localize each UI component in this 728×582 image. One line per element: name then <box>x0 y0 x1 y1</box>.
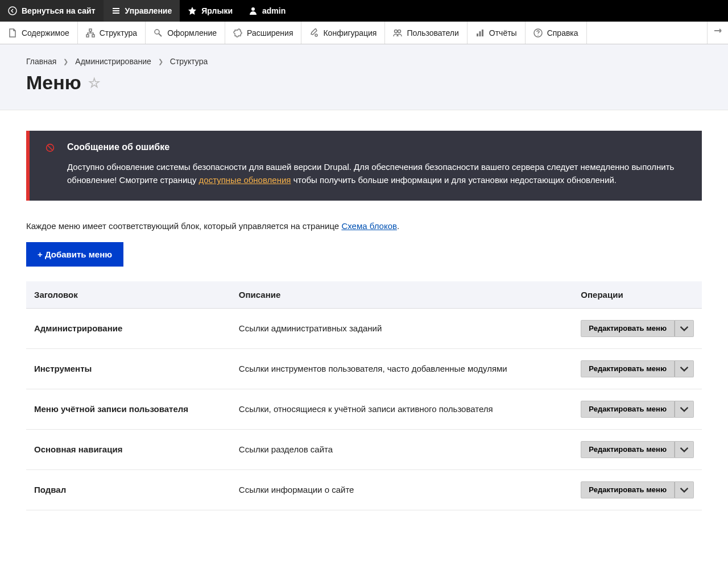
menu-description: Ссылки административных заданий <box>231 308 573 348</box>
svg-point-5 <box>155 30 159 34</box>
breadcrumb-link[interactable]: Администрирование <box>75 57 151 66</box>
menu-description: Ссылки информации о сайте <box>231 469 573 510</box>
admin-menu-label: Справка <box>547 28 578 38</box>
page-title: Меню ☆ <box>26 72 702 94</box>
menu-description: Ссылки, относящиеся к учётной записи акт… <box>231 389 573 429</box>
operations-cell: Редактировать меню <box>573 429 702 469</box>
col-description: Описание <box>231 281 573 309</box>
error-icon <box>46 143 55 187</box>
reports-icon <box>475 28 485 38</box>
back-icon <box>8 6 17 15</box>
manage-label: Управление <box>125 6 172 15</box>
breadcrumb-link[interactable]: Структура <box>170 57 208 66</box>
admin-menu-label: Оформление <box>167 28 217 38</box>
admin-menu-item[interactable]: Отчёты <box>468 22 526 44</box>
chevron-right-icon: ❯ <box>63 58 68 65</box>
page-header: Главная ❯ Администрирование ❯ Структура … <box>0 44 728 110</box>
operations-cell: Редактировать меню <box>573 389 702 429</box>
svg-point-8 <box>395 30 398 32</box>
admin-menu-item[interactable]: Справка <box>526 22 587 44</box>
dropbutton-toggle[interactable] <box>675 360 694 377</box>
admin-menu-label: Отчёты <box>489 28 517 38</box>
svg-rect-2 <box>89 29 92 31</box>
content-icon <box>8 28 17 38</box>
user-label: admin <box>262 6 286 15</box>
admin-menu-item[interactable]: Конфигурация <box>301 22 385 44</box>
hamburger-icon <box>111 6 121 15</box>
people-icon <box>393 28 402 38</box>
operations-cell: Редактировать меню <box>573 348 702 389</box>
breadcrumb-link[interactable]: Главная <box>26 57 56 66</box>
menu-title: Инструменты <box>26 348 231 389</box>
favorite-star-icon[interactable]: ☆ <box>88 75 101 91</box>
shortcuts-toggle[interactable]: Ярлыки <box>180 0 241 22</box>
menu-title: Меню учётной записи пользователя <box>26 389 231 429</box>
menu-description: Ссылки разделов сайта <box>231 429 573 469</box>
edit-menu-button[interactable]: Редактировать меню <box>581 360 675 377</box>
user-toggle[interactable]: admin <box>241 0 293 22</box>
manage-toggle[interactable]: Управление <box>104 0 180 22</box>
appearance-icon <box>154 28 163 38</box>
svg-line-6 <box>159 34 162 36</box>
shortcuts-label: Ярлыки <box>201 6 233 15</box>
admin-menu-item[interactable]: Содержимое <box>0 22 78 44</box>
admin-menu-item[interactable]: Пользователи <box>385 22 467 44</box>
svg-point-14 <box>537 35 539 36</box>
breadcrumb: Главная ❯ Администрирование ❯ Структура <box>26 57 702 66</box>
col-operations: Операции <box>573 281 702 309</box>
content-region: Сообщение об ошибке Доступно обновление … <box>0 110 728 531</box>
svg-rect-10 <box>477 34 478 36</box>
toolbar: Вернуться на сайт Управление Ярлыки admi… <box>0 0 728 22</box>
star-icon <box>188 6 197 15</box>
admin-menu-item[interactable]: Расширения <box>225 22 301 44</box>
table-row: АдминистрированиеСсылки административных… <box>26 308 702 348</box>
operations-cell: Редактировать меню <box>573 308 702 348</box>
svg-rect-3 <box>86 35 89 37</box>
edit-menu-button[interactable]: Редактировать меню <box>581 401 675 418</box>
edit-menu-button[interactable]: Редактировать меню <box>581 481 675 498</box>
error-heading: Сообщение об ошибке <box>67 142 686 152</box>
menu-title: Подвал <box>26 469 231 510</box>
add-menu-button[interactable]: + Добавить меню <box>26 242 123 267</box>
table-row: Меню учётной записи пользователяСсылки, … <box>26 389 702 429</box>
dropbutton-toggle[interactable] <box>675 401 694 418</box>
admin-menu-item[interactable]: Оформление <box>146 22 225 44</box>
svg-point-7 <box>315 34 317 36</box>
intro-text: Каждое меню имеет соответствующий блок, … <box>26 221 702 231</box>
config-icon <box>309 28 318 38</box>
admin-menu-label: Пользователи <box>407 28 458 38</box>
back-to-site[interactable]: Вернуться на сайт <box>0 0 104 22</box>
menu-title: Основная навигация <box>26 429 231 469</box>
toolbar-orientation-toggle[interactable] <box>707 22 728 44</box>
dropbutton-toggle[interactable] <box>675 441 694 458</box>
block-layout-link[interactable]: Схема блоков <box>341 221 397 231</box>
admin-menu: СодержимоеСтруктураОформлениеРасширенияК… <box>0 22 728 44</box>
table-row: ПодвалСсылки информации о сайтеРедактиро… <box>26 469 702 510</box>
chevron-right-icon: ❯ <box>158 58 163 65</box>
user-icon <box>249 6 258 15</box>
updates-link[interactable]: доступные обновления <box>199 175 291 185</box>
dropbutton-toggle[interactable] <box>675 481 694 498</box>
structure-icon <box>86 28 95 38</box>
menus-table: Заголовок Описание Операции Администриро… <box>26 281 702 510</box>
svg-rect-11 <box>479 31 481 36</box>
edit-menu-button[interactable]: Редактировать меню <box>581 441 675 458</box>
svg-point-9 <box>398 30 401 32</box>
svg-point-1 <box>251 7 255 11</box>
extend-icon <box>233 28 242 38</box>
operations-cell: Редактировать меню <box>573 469 702 510</box>
table-row: Основная навигацияСсылки разделов сайтаР… <box>26 429 702 469</box>
edit-menu-button[interactable]: Редактировать меню <box>581 320 675 337</box>
dropbutton-toggle[interactable] <box>675 320 694 337</box>
back-to-site-label: Вернуться на сайт <box>22 6 96 15</box>
admin-menu-label: Конфигурация <box>323 28 377 38</box>
svg-point-0 <box>9 7 16 15</box>
error-text: Доступно обновление системы безопасности… <box>67 160 686 187</box>
admin-menu-label: Содержимое <box>22 28 69 38</box>
col-title: Заголовок <box>26 281 231 309</box>
admin-menu-label: Структура <box>100 28 137 38</box>
table-row: ИнструментыСсылки инструментов пользоват… <box>26 348 702 389</box>
admin-menu-item[interactable]: Структура <box>78 22 146 44</box>
svg-rect-4 <box>92 35 94 37</box>
help-icon <box>533 28 543 38</box>
